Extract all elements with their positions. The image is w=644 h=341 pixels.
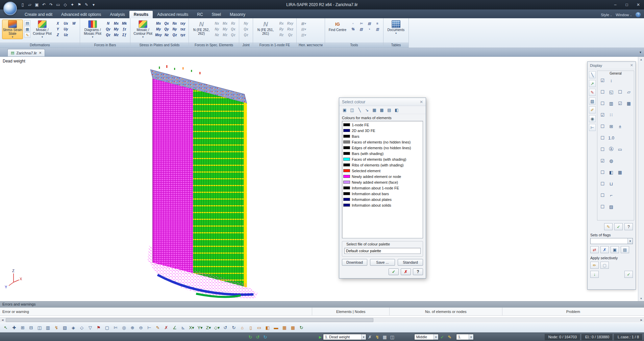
- display-option[interactable]: [624, 158, 633, 164]
- ribbon-small-button[interactable]: Z: [54, 32, 61, 37]
- window-menu[interactable]: Window⌄: [616, 13, 632, 17]
- grid-mode-icon[interactable]: ▦: [381, 334, 389, 340]
- ribbon-small-button[interactable]: Rxz: [286, 26, 294, 32]
- mini-button[interactable]: ▤: [24, 20, 30, 26]
- ribbon-tab[interactable]: Results: [129, 11, 153, 18]
- colour-list-item[interactable]: Faces of elements (no hidden lines): [342, 139, 423, 145]
- display-option[interactable]: [624, 77, 633, 83]
- display-option[interactable]: Ⓐ: [607, 146, 616, 152]
- split-colour-icon[interactable]: ◧: [393, 107, 400, 113]
- confirm-apply-button[interactable]: ✓: [624, 271, 633, 278]
- ribbon-small-button[interactable]: Mz: [221, 32, 229, 37]
- documents-button[interactable]: Documents ▾: [386, 20, 406, 35]
- iso-view-icon[interactable]: ◇▾: [213, 323, 221, 332]
- proj-grid-icon[interactable]: ▦: [280, 323, 289, 332]
- ribbon-tab[interactable]: Advanced results: [153, 11, 193, 18]
- save-button[interactable]: Save ...: [370, 259, 395, 266]
- clear-selection-icon[interactable]: ✗: [366, 334, 374, 340]
- rotate-cw-icon[interactable]: ↻: [230, 323, 238, 332]
- ribbon-small-button[interactable]: Qz: [104, 32, 112, 37]
- display-option[interactable]: ▨: [607, 204, 616, 210]
- ribbon-small-button[interactable]: Uz: [62, 32, 70, 37]
- display-option[interactable]: ☐: [598, 204, 607, 210]
- display-option[interactable]: ◧: [607, 169, 616, 175]
- display-option[interactable]: [624, 112, 633, 118]
- ribbon-small-button[interactable]: Uy: [62, 26, 70, 32]
- rows-colour-icon[interactable]: ▤: [386, 107, 393, 113]
- flag-icon[interactable]: ⚑: [95, 323, 103, 332]
- mini-button[interactable]: ✎: [24, 32, 30, 38]
- diagrams-mosaic-plot-button[interactable]: Diagrams / Mosaic Plot ▾: [82, 20, 103, 39]
- brush-icon[interactable]: ✎: [83, 2, 90, 8]
- scroll-right-icon[interactable]: ▶: [639, 319, 644, 321]
- measure-icon[interactable]: ⊢: [145, 323, 153, 332]
- display-option[interactable]: ☑: [616, 100, 624, 106]
- proj-wall-icon[interactable]: ▯: [247, 323, 255, 332]
- ribbon-small-button[interactable]: N: [104, 21, 112, 26]
- update-model-icon[interactable]: ↻: [247, 334, 254, 340]
- ribbon-small-button[interactable]: τxy: [179, 21, 187, 26]
- qat-overflow-icon[interactable]: ▾: [91, 2, 97, 8]
- scrollbar-track[interactable]: [5, 318, 639, 322]
- ribbon-small-button[interactable]: Rz: [277, 32, 286, 37]
- ribbon-tab[interactable]: RC: [193, 11, 207, 18]
- ribbon-small-button[interactable]: Ny: [171, 26, 178, 32]
- colour-list-item[interactable]: Newly added element or node: [342, 174, 423, 179]
- ribbon-small-button[interactable]: ▧: [357, 26, 365, 32]
- model-viewport[interactable]: Z X Y: [0, 57, 638, 301]
- ok-button[interactable]: ✓: [389, 268, 399, 275]
- ribbon-small-button[interactable]: Mxy: [155, 32, 162, 37]
- poly-icon[interactable]: ◇: [78, 323, 86, 332]
- ribbon-small-button[interactable]: ▥▾: [299, 32, 308, 37]
- display-option[interactable]: [616, 135, 624, 141]
- grid-on-icon[interactable]: ⊞: [19, 323, 27, 332]
- ribbon-small-button[interactable]: ✄: [357, 21, 365, 26]
- ribbon-small-button[interactable]: ƒz: [121, 26, 128, 32]
- ribbon-small-button[interactable]: ▫: [349, 21, 357, 26]
- ribbon-small-button[interactable]: [70, 26, 78, 32]
- marks-grid-icon[interactable]: ▦: [371, 107, 378, 113]
- display-option[interactable]: [624, 135, 633, 141]
- apply-flags-button[interactable]: ✓: [614, 223, 623, 230]
- print-flags-button[interactable]: ▤: [621, 246, 629, 253]
- display-option[interactable]: ☐: [598, 135, 607, 141]
- display-option[interactable]: [616, 112, 624, 118]
- ribbon-small-button[interactable]: Qz: [241, 32, 251, 37]
- help-button[interactable]: ?: [624, 223, 633, 230]
- mosaic-contour-plot-button[interactable]: Mosaic / Contour Plot ▾: [32, 20, 53, 39]
- marker-style-icon[interactable]: ✎: [589, 89, 596, 96]
- zoom-window-icon[interactable]: ◎: [120, 323, 128, 332]
- save-icon[interactable]: ▣: [34, 2, 40, 8]
- pan-icon[interactable]: ✚: [10, 323, 18, 332]
- ribbon-small-button[interactable]: Nx: [171, 21, 178, 26]
- colour-list-item[interactable]: 2D and 3D FE: [342, 128, 423, 133]
- ribbon-small-button[interactable]: Nx: [213, 21, 221, 26]
- select-pointer-icon[interactable]: ↖: [2, 323, 10, 332]
- mini-button[interactable]: ▦: [24, 26, 30, 32]
- ribbon-small-button[interactable]: Qx: [241, 26, 251, 32]
- box-flags-button[interactable]: ▣: [611, 246, 619, 253]
- ribbon-small-button[interactable]: My: [221, 26, 229, 32]
- download-button[interactable]: Download: [342, 259, 367, 266]
- delete-flags-button[interactable]: ✗: [600, 246, 609, 253]
- ribbon-small-button[interactable]: Mz: [113, 32, 120, 37]
- display-option[interactable]: ▦: [624, 100, 633, 106]
- display-option[interactable]: ⊞: [607, 123, 616, 129]
- display-option[interactable]: [624, 169, 633, 175]
- close-icon[interactable]: ✕: [420, 100, 423, 104]
- scroll-left-icon[interactable]: ◀: [0, 319, 5, 321]
- line-style-icon[interactable]: ╲: [589, 71, 596, 78]
- ribbon-small-button[interactable]: X: [54, 21, 61, 26]
- display-option[interactable]: ☐: [616, 89, 624, 95]
- plain-apply-button[interactable]: ▢: [600, 262, 609, 269]
- ribbon-small-button[interactable]: Mx: [221, 21, 229, 26]
- erase-icon[interactable]: ✗: [162, 323, 170, 332]
- dimension-icon[interactable]: ⊢: [589, 124, 596, 131]
- ribbon-small-button[interactable]: Mx: [113, 21, 120, 26]
- view-z-icon[interactable]: Z▾: [204, 323, 213, 332]
- display-option[interactable]: [616, 192, 624, 198]
- help-icon[interactable]: ?: [636, 12, 641, 17]
- display-option[interactable]: [624, 181, 633, 187]
- brush-apply-button[interactable]: ✏: [590, 262, 599, 269]
- ribbon-small-button[interactable]: My: [155, 26, 162, 32]
